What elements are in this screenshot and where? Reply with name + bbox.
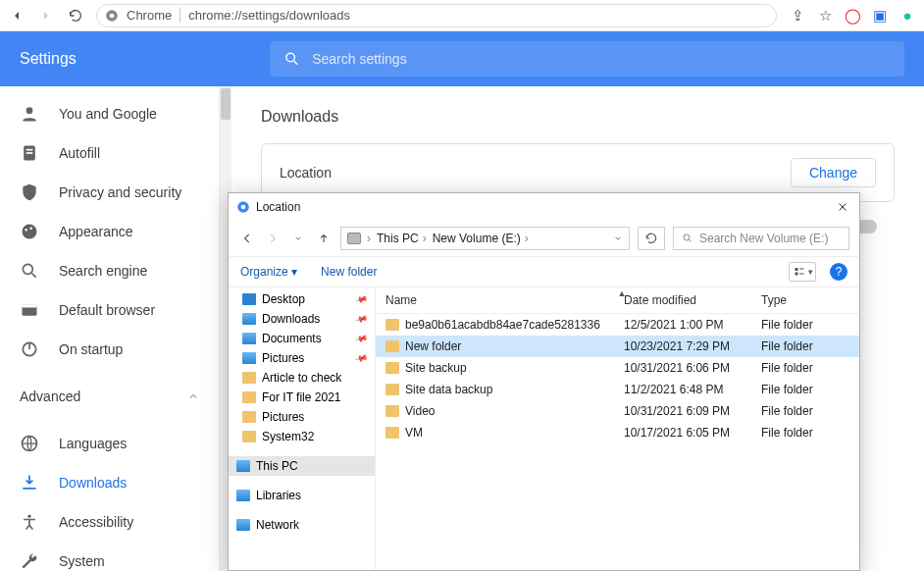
tree-downloads[interactable]: Downloads — [229, 309, 375, 329]
col-date[interactable]: Date modified — [624, 293, 761, 307]
dialog-close-button[interactable] — [834, 198, 851, 216]
svg-rect-5 — [26, 149, 33, 151]
folder-icon — [242, 372, 256, 384]
path-crumb[interactable]: This PC› — [377, 232, 427, 245]
share-icon[interactable]: ⇪ — [789, 7, 806, 25]
sidebar-item-on-startup[interactable]: On startup — [0, 330, 219, 369]
search-icon — [20, 261, 39, 281]
libraries-icon — [236, 490, 250, 501]
file-type: File folder — [761, 404, 849, 418]
tree-network[interactable]: Network — [229, 515, 375, 535]
network-icon — [236, 519, 250, 531]
svg-point-1 — [110, 13, 115, 18]
dialog-title: Location — [256, 200, 300, 214]
reload-button[interactable] — [67, 7, 84, 25]
file-row[interactable]: New folder10/23/2021 7:29 PMFile folder — [376, 336, 859, 357]
file-row[interactable]: be9a0b61acabdb84ae7cade528133612/5/2021 … — [376, 314, 859, 336]
folder-icon — [385, 319, 399, 331]
settings-search[interactable] — [270, 41, 904, 77]
view-options-button[interactable]: ▾ — [789, 262, 816, 282]
svg-point-9 — [29, 227, 32, 230]
folder-icon — [385, 427, 399, 439]
bookmark-star-icon[interactable]: ☆ — [816, 7, 834, 25]
globe-icon — [20, 434, 39, 453]
tree-pictures[interactable]: Pictures — [229, 348, 375, 368]
dialog-recent-dropdown[interactable] — [289, 230, 307, 247]
ext-icon-2[interactable]: ▣ — [871, 7, 889, 25]
tree-folder[interactable]: System32 — [229, 427, 375, 446]
path-dropdown[interactable] — [613, 234, 623, 243]
dialog-refresh-button[interactable] — [638, 227, 665, 250]
tree-folder[interactable]: Article to check — [229, 368, 375, 388]
browser-toolbar: Chrome chrome://settings/downloads ⇪ ☆ ◯… — [0, 0, 924, 31]
col-type[interactable]: Type — [761, 293, 849, 307]
sidebar-item-system[interactable]: System — [0, 542, 219, 571]
back-button[interactable] — [8, 7, 26, 25]
sidebar-item-autofill[interactable]: Autofill — [0, 133, 219, 173]
dialog-forward-button[interactable] — [264, 230, 282, 247]
sidebar-item-label: Downloads — [59, 475, 127, 491]
grammarly-ext-icon[interactable]: ● — [898, 7, 916, 25]
browser-icon — [20, 300, 39, 320]
tree-documents[interactable]: Documents — [229, 329, 375, 348]
path-crumb[interactable]: New Volume (E:)› — [433, 232, 529, 245]
file-type: File folder — [761, 361, 849, 375]
drive-icon — [347, 233, 361, 244]
sidebar-item-label: Languages — [59, 436, 127, 451]
tree-this-pc[interactable]: This PC — [229, 456, 375, 476]
folder-icon — [385, 405, 399, 417]
dialog-back-button[interactable] — [238, 230, 256, 247]
sidebar-item-appearance[interactable]: Appearance — [0, 212, 219, 251]
col-name[interactable]: Name — [385, 293, 624, 307]
address-bar[interactable]: Chrome chrome://settings/downloads — [96, 4, 777, 27]
dialog-up-button[interactable] — [315, 230, 333, 247]
settings-search-input[interactable] — [312, 51, 891, 67]
dialog-search[interactable]: Search New Volume (E:) — [673, 227, 849, 250]
file-name: Video — [405, 404, 435, 418]
sidebar-item-downloads[interactable]: Downloads — [0, 463, 219, 502]
organize-menu[interactable]: Organize ▾ — [240, 265, 297, 279]
forward-button[interactable] — [37, 7, 55, 25]
sidebar-item-you-and-google[interactable]: You and Google — [0, 94, 219, 133]
sidebar-item-languages[interactable]: Languages — [0, 424, 219, 463]
file-row[interactable]: Site backup10/31/2021 6:06 PMFile folder — [376, 357, 859, 379]
tree-folder[interactable]: Pictures — [229, 407, 375, 427]
sidebar-item-default-browser[interactable]: Default browser — [0, 290, 219, 330]
sidebar-item-label: On startup — [59, 341, 123, 357]
sidebar-advanced-toggle[interactable]: Advanced — [0, 377, 219, 416]
file-row[interactable]: Site data backup11/2/2021 6:48 PMFile fo… — [376, 379, 859, 400]
folder-icon — [385, 340, 399, 352]
sidebar-item-privacy[interactable]: Privacy and security — [0, 173, 219, 212]
file-row[interactable]: Video10/31/2021 6:09 PMFile folder — [376, 400, 859, 422]
file-row[interactable]: VM10/17/2021 6:05 PMFile folder — [376, 422, 859, 443]
help-button[interactable]: ? — [830, 263, 847, 281]
new-folder-button[interactable]: New folder — [321, 265, 377, 279]
palette-icon — [20, 222, 39, 241]
file-date: 10/17/2021 6:05 PM — [624, 426, 761, 440]
sidebar-item-accessibility[interactable]: Accessibility — [0, 502, 219, 542]
file-name: New folder — [405, 339, 461, 353]
list-header: ▲ Name Date modified Type — [376, 287, 859, 314]
sidebar-item-label: You and Google — [59, 106, 157, 122]
tree-desktop[interactable]: Desktop — [229, 289, 375, 309]
tree-libraries[interactable]: Libraries — [229, 486, 375, 505]
address-product: Chrome — [127, 8, 180, 23]
pictures-icon — [242, 352, 256, 364]
dialog-path[interactable]: › This PC› New Volume (E:)› — [340, 227, 630, 250]
tree-folder[interactable]: For IT file 2021 — [229, 388, 375, 407]
svg-rect-12 — [23, 304, 37, 307]
advanced-label: Advanced — [20, 389, 80, 404]
download-icon — [20, 473, 39, 493]
change-button[interactable]: Change — [791, 158, 876, 187]
sidebar-item-label: Default browser — [59, 302, 155, 318]
svg-point-18 — [684, 234, 690, 240]
wrench-icon — [20, 551, 39, 571]
power-icon — [20, 339, 39, 359]
address-url: chrome://settings/downloads — [188, 8, 350, 23]
sidebar-item-label: System — [59, 553, 105, 569]
opera-ext-icon[interactable]: ◯ — [844, 7, 861, 25]
search-icon — [682, 233, 693, 244]
sidebar-item-search-engine[interactable]: Search engine — [0, 251, 219, 290]
file-name: Site backup — [405, 361, 467, 375]
file-date: 11/2/2021 6:48 PM — [624, 383, 761, 396]
